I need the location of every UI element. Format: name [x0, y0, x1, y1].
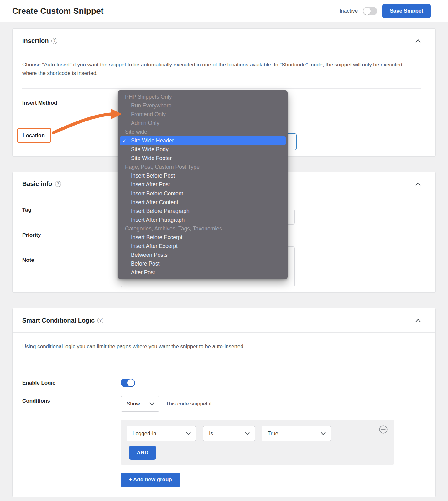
priority-label: Priority	[22, 232, 41, 238]
toggle-knob	[363, 8, 371, 15]
chevron-up-icon[interactable]	[415, 319, 421, 322]
insertion-description: Choose "Auto Insert" if you want the sni…	[22, 60, 414, 77]
chevron-down-icon	[186, 432, 191, 435]
dropdown-option-label: After Post	[131, 269, 155, 276]
show-hide-select[interactable]: Show	[121, 396, 159, 412]
divider	[22, 88, 421, 89]
dropdown-option-label: Between Posts	[131, 252, 168, 258]
dropdown-option-label: Insert Before Excerpt	[131, 234, 182, 241]
dropdown-option-label: Insert After Paragraph	[131, 217, 185, 223]
dropdown-option-label: Site wide	[125, 129, 147, 135]
dropdown-option-label: Insert Before Content	[131, 190, 183, 197]
dropdown-option[interactable]: Insert After Excerpt	[118, 242, 288, 251]
dropdown-option-label: Site Wide Header	[131, 137, 174, 144]
remove-condition-icon[interactable]	[379, 425, 388, 434]
condition-operator-select[interactable]: Is	[203, 426, 255, 441]
dropdown-option-label: Before Post	[131, 261, 159, 267]
chevron-down-icon	[149, 402, 154, 405]
status-label: Inactive	[340, 8, 358, 14]
dropdown-option[interactable]: Insert After Paragraph	[118, 215, 288, 224]
dropdown-group-label: Page, Post, Custom Post Type	[118, 163, 288, 172]
dropdown-option-label: Run Everywhere	[131, 102, 171, 109]
dropdown-option-label: Insert After Post	[131, 181, 170, 188]
dropdown-option[interactable]: Site Wide Body	[118, 145, 288, 154]
chevron-up-icon[interactable]	[415, 39, 421, 43]
conditional-logic-header: Smart Conditional Logic ?	[13, 308, 435, 333]
dropdown-option-label: Admin Only	[131, 120, 159, 127]
show-hide-value: Show	[127, 401, 140, 407]
help-icon[interactable]: ?	[55, 181, 61, 187]
logic-description: Using conditional logic you can limit th…	[22, 342, 414, 351]
dropdown-option[interactable]: After Post	[118, 268, 288, 277]
dropdown-option-label: Page, Post, Custom Post Type	[125, 164, 200, 170]
dropdown-option-label: PHP Snippets Only	[125, 94, 172, 100]
condition-group: Logged-in Is True AND	[121, 420, 394, 465]
dropdown-option[interactable]: Insert Before Post	[118, 172, 288, 180]
dropdown-option[interactable]: Between Posts	[118, 251, 288, 260]
page-title: Create Custom Snippet	[12, 6, 104, 16]
location-dropdown-menu: PHP Snippets OnlyRun EverywhereFrontend …	[118, 90, 288, 279]
dropdown-group-label: Categories, Archives, Tags, Taxonomies	[118, 224, 288, 233]
insertion-header: Insertion ?	[13, 29, 435, 53]
enable-logic-label: Enable Logic	[22, 380, 55, 386]
dropdown-option[interactable]: Insert Before Paragraph	[118, 207, 288, 215]
condition-field-value: Logged-in	[133, 431, 156, 437]
enable-logic-toggle[interactable]	[121, 379, 135, 387]
add-new-group-button[interactable]: + Add new group	[121, 473, 180, 487]
chevron-up-icon[interactable]	[415, 182, 421, 186]
condition-field-select[interactable]: Logged-in	[127, 426, 196, 441]
dropdown-option[interactable]: Insert After Post	[118, 180, 288, 189]
location-highlight-box: Location	[17, 128, 51, 143]
conditional-logic-section: Smart Conditional Logic ? Using conditio…	[12, 308, 436, 497]
dropdown-group-label: PHP Snippets Only	[118, 92, 288, 101]
chevron-down-icon	[321, 432, 326, 435]
dropdown-option-label: Categories, Archives, Tags, Taxonomies	[125, 225, 222, 232]
dropdown-option-label: Insert After Content	[131, 199, 178, 206]
save-snippet-button[interactable]: Save Snippet	[382, 4, 431, 18]
insert-method-label: Insert Method	[22, 100, 57, 106]
basic-info-title: Basic info	[22, 180, 52, 188]
annotation-arrow-icon	[42, 108, 124, 137]
condition-value: True	[268, 431, 278, 437]
dropdown-option[interactable]: Site Wide Footer	[118, 154, 288, 163]
dropdown-option: Frontend Only	[118, 110, 288, 119]
dropdown-option: Admin Only	[118, 119, 288, 127]
dropdown-group-label: Site wide	[118, 127, 288, 136]
dropdown-option: Run Everywhere	[118, 101, 288, 110]
dropdown-option[interactable]: Insert After Content	[118, 198, 288, 207]
chevron-down-icon	[245, 432, 250, 435]
dropdown-option[interactable]: Before Post	[118, 260, 288, 268]
dropdown-option-label: Insert Before Paragraph	[131, 208, 190, 214]
condition-value-select[interactable]: True	[262, 426, 331, 441]
check-icon: ✓	[122, 138, 127, 144]
dropdown-option-label: Insert After Excerpt	[131, 243, 178, 250]
and-button[interactable]: AND	[129, 446, 156, 460]
conditional-logic-title: Smart Conditional Logic	[22, 317, 95, 324]
help-icon[interactable]: ?	[97, 318, 103, 323]
tag-label: Tag	[22, 207, 31, 213]
help-icon[interactable]: ?	[51, 38, 57, 44]
dropdown-option-label: Frontend Only	[131, 111, 166, 118]
note-label: Note	[22, 257, 34, 263]
top-bar: Create Custom Snippet Inactive Save Snip…	[0, 0, 448, 22]
dropdown-option-label: Site Wide Body	[131, 146, 169, 153]
insertion-title: Insertion	[22, 37, 49, 44]
dropdown-option-label: Site Wide Footer	[131, 155, 172, 162]
conditions-label: Conditions	[22, 398, 50, 404]
active-toggle[interactable]	[363, 7, 377, 15]
location-label: Location	[23, 132, 45, 139]
dropdown-option[interactable]: ✓Site Wide Header	[120, 136, 286, 145]
dropdown-option[interactable]: Insert Before Excerpt	[118, 233, 288, 242]
divider	[22, 367, 421, 367]
page: Create Custom Snippet Inactive Save Snip…	[0, 0, 448, 501]
toggle-knob	[127, 379, 134, 386]
dropdown-option-label: Insert Before Post	[131, 173, 175, 179]
dropdown-option[interactable]: Insert Before Content	[118, 189, 288, 198]
condition-hint: This code snippet if	[166, 401, 211, 407]
top-bar-actions: Inactive Save Snippet	[340, 4, 431, 18]
condition-operator-value: Is	[209, 431, 213, 437]
